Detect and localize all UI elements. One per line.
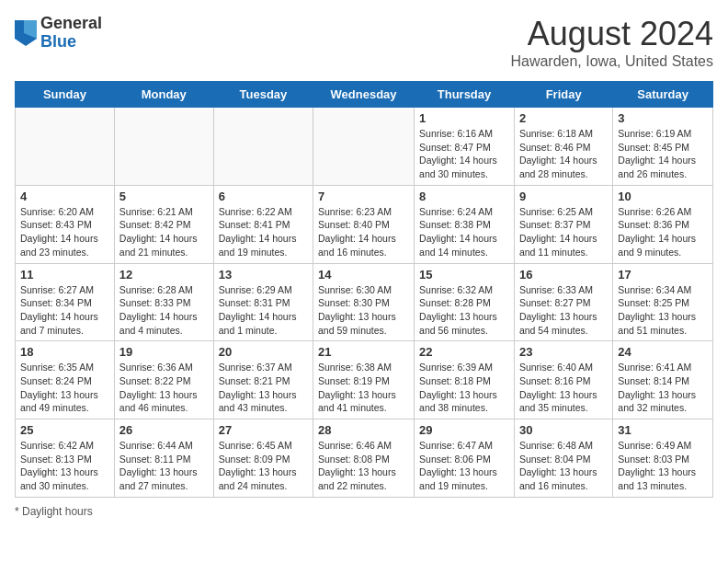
calendar-cell: 27Sunrise: 6:45 AM Sunset: 8:09 PM Dayli… — [213, 419, 313, 498]
logo-icon — [15, 20, 37, 46]
title-block: August 2024 Hawarden, Iowa, United State… — [510, 15, 713, 70]
day-number: 15 — [419, 268, 509, 282]
day-info: Sunrise: 6:32 AM Sunset: 8:28 PM Dayligh… — [419, 283, 509, 338]
calendar-header-row: SundayMondayTuesdayWednesdayThursdayFrid… — [16, 82, 713, 108]
calendar-cell: 15Sunrise: 6:32 AM Sunset: 8:28 PM Dayli… — [415, 263, 515, 341]
calendar-week-row: 25Sunrise: 6:42 AM Sunset: 8:13 PM Dayli… — [16, 419, 713, 498]
calendar-cell: 2Sunrise: 6:18 AM Sunset: 8:46 PM Daylig… — [514, 108, 612, 186]
month-title: August 2024 — [510, 15, 713, 53]
day-number: 30 — [519, 423, 608, 437]
footer-note: * Daylight hours — [15, 505, 713, 518]
calendar-cell: 5Sunrise: 6:21 AM Sunset: 8:42 PM Daylig… — [114, 185, 213, 263]
day-info: Sunrise: 6:29 AM Sunset: 8:31 PM Dayligh… — [219, 283, 308, 338]
day-number: 6 — [219, 190, 308, 203]
day-info: Sunrise: 6:19 AM Sunset: 8:45 PM Dayligh… — [618, 127, 708, 181]
calendar-table: SundayMondayTuesdayWednesdayThursdayFrid… — [15, 81, 713, 498]
calendar-cell — [16, 108, 115, 186]
calendar-cell: 31Sunrise: 6:49 AM Sunset: 8:03 PM Dayli… — [613, 419, 713, 498]
day-number: 22 — [419, 345, 509, 359]
calendar-cell: 20Sunrise: 6:37 AM Sunset: 8:21 PM Dayli… — [213, 341, 313, 419]
day-number: 13 — [219, 268, 308, 282]
day-info: Sunrise: 6:39 AM Sunset: 8:18 PM Dayligh… — [419, 361, 509, 415]
page-header: General Blue August 2024 Hawarden, Iowa,… — [15, 15, 713, 70]
day-number: 7 — [318, 190, 409, 203]
day-info: Sunrise: 6:25 AM Sunset: 8:37 PM Dayligh… — [519, 205, 608, 259]
calendar-cell: 23Sunrise: 6:40 AM Sunset: 8:16 PM Dayli… — [514, 341, 612, 419]
day-info: Sunrise: 6:23 AM Sunset: 8:40 PM Dayligh… — [318, 205, 409, 259]
day-number: 9 — [519, 190, 608, 203]
calendar-cell: 24Sunrise: 6:41 AM Sunset: 8:14 PM Dayli… — [613, 341, 713, 419]
logo: General Blue — [15, 15, 102, 52]
day-number: 4 — [20, 190, 109, 203]
logo-blue-text: Blue — [40, 33, 102, 52]
day-number: 31 — [618, 423, 708, 437]
calendar-cell: 25Sunrise: 6:42 AM Sunset: 8:13 PM Dayli… — [16, 419, 115, 498]
day-number: 20 — [219, 345, 308, 359]
calendar-cell: 10Sunrise: 6:26 AM Sunset: 8:36 PM Dayli… — [613, 185, 713, 263]
calendar-day-header: Thursday — [415, 82, 515, 108]
calendar-cell: 28Sunrise: 6:46 AM Sunset: 8:08 PM Dayli… — [313, 419, 415, 498]
logo-general-text: General — [40, 15, 102, 33]
day-number: 8 — [419, 190, 509, 203]
day-info: Sunrise: 6:49 AM Sunset: 8:03 PM Dayligh… — [618, 439, 708, 493]
day-info: Sunrise: 6:30 AM Sunset: 8:30 PM Dayligh… — [318, 283, 409, 338]
calendar-week-row: 18Sunrise: 6:35 AM Sunset: 8:24 PM Dayli… — [16, 341, 713, 419]
day-number: 1 — [419, 111, 509, 125]
day-info: Sunrise: 6:37 AM Sunset: 8:21 PM Dayligh… — [219, 361, 308, 415]
day-info: Sunrise: 6:18 AM Sunset: 8:46 PM Dayligh… — [519, 127, 608, 181]
day-number: 10 — [618, 190, 708, 203]
calendar-cell: 9Sunrise: 6:25 AM Sunset: 8:37 PM Daylig… — [514, 185, 612, 263]
calendar-day-header: Tuesday — [213, 82, 313, 108]
day-number: 16 — [519, 268, 608, 282]
day-info: Sunrise: 6:33 AM Sunset: 8:27 PM Dayligh… — [519, 283, 608, 338]
day-number: 14 — [318, 268, 409, 282]
day-info: Sunrise: 6:40 AM Sunset: 8:16 PM Dayligh… — [519, 361, 608, 415]
day-number: 24 — [618, 345, 708, 359]
calendar-day-header: Wednesday — [313, 82, 415, 108]
day-number: 27 — [219, 423, 308, 437]
calendar-week-row: 11Sunrise: 6:27 AM Sunset: 8:34 PM Dayli… — [16, 263, 713, 341]
day-info: Sunrise: 6:21 AM Sunset: 8:42 PM Dayligh… — [119, 205, 209, 259]
calendar-cell: 1Sunrise: 6:16 AM Sunset: 8:47 PM Daylig… — [415, 108, 515, 186]
calendar-cell: 19Sunrise: 6:36 AM Sunset: 8:22 PM Dayli… — [114, 341, 213, 419]
footer-label: Daylight hours — [22, 505, 93, 518]
day-number: 23 — [519, 345, 608, 359]
day-number: 29 — [419, 423, 509, 437]
day-info: Sunrise: 6:20 AM Sunset: 8:43 PM Dayligh… — [20, 205, 109, 259]
day-info: Sunrise: 6:46 AM Sunset: 8:08 PM Dayligh… — [318, 439, 409, 493]
calendar-week-row: 1Sunrise: 6:16 AM Sunset: 8:47 PM Daylig… — [16, 108, 713, 186]
calendar-cell: 11Sunrise: 6:27 AM Sunset: 8:34 PM Dayli… — [16, 263, 115, 341]
calendar-cell: 16Sunrise: 6:33 AM Sunset: 8:27 PM Dayli… — [514, 263, 612, 341]
calendar-cell: 13Sunrise: 6:29 AM Sunset: 8:31 PM Dayli… — [213, 263, 313, 341]
calendar-cell — [313, 108, 415, 186]
day-number: 25 — [20, 423, 109, 437]
calendar-cell: 3Sunrise: 6:19 AM Sunset: 8:45 PM Daylig… — [613, 108, 713, 186]
calendar-cell: 7Sunrise: 6:23 AM Sunset: 8:40 PM Daylig… — [313, 185, 415, 263]
day-info: Sunrise: 6:47 AM Sunset: 8:06 PM Dayligh… — [419, 439, 509, 493]
calendar-cell: 14Sunrise: 6:30 AM Sunset: 8:30 PM Dayli… — [313, 263, 415, 341]
day-number: 17 — [618, 268, 708, 282]
day-number: 28 — [318, 423, 409, 437]
calendar-day-header: Sunday — [16, 82, 115, 108]
day-info: Sunrise: 6:27 AM Sunset: 8:34 PM Dayligh… — [20, 283, 109, 338]
day-number: 21 — [318, 345, 409, 359]
calendar-cell: 17Sunrise: 6:34 AM Sunset: 8:25 PM Dayli… — [613, 263, 713, 341]
calendar-cell: 29Sunrise: 6:47 AM Sunset: 8:06 PM Dayli… — [415, 419, 515, 498]
day-info: Sunrise: 6:35 AM Sunset: 8:24 PM Dayligh… — [20, 361, 109, 415]
calendar-cell: 30Sunrise: 6:48 AM Sunset: 8:04 PM Dayli… — [514, 419, 612, 498]
calendar-cell: 22Sunrise: 6:39 AM Sunset: 8:18 PM Dayli… — [415, 341, 515, 419]
day-number: 2 — [519, 111, 608, 125]
calendar-day-header: Saturday — [613, 82, 713, 108]
day-info: Sunrise: 6:34 AM Sunset: 8:25 PM Dayligh… — [618, 283, 708, 338]
day-number: 5 — [119, 190, 209, 203]
day-info: Sunrise: 6:45 AM Sunset: 8:09 PM Dayligh… — [219, 439, 308, 493]
day-number: 19 — [119, 345, 209, 359]
calendar-cell: 26Sunrise: 6:44 AM Sunset: 8:11 PM Dayli… — [114, 419, 213, 498]
location-title: Hawarden, Iowa, United States — [510, 53, 713, 70]
calendar-day-header: Friday — [514, 82, 612, 108]
day-info: Sunrise: 6:28 AM Sunset: 8:33 PM Dayligh… — [119, 283, 209, 338]
calendar-cell: 21Sunrise: 6:38 AM Sunset: 8:19 PM Dayli… — [313, 341, 415, 419]
calendar-cell: 4Sunrise: 6:20 AM Sunset: 8:43 PM Daylig… — [16, 185, 115, 263]
calendar-week-row: 4Sunrise: 6:20 AM Sunset: 8:43 PM Daylig… — [16, 185, 713, 263]
day-info: Sunrise: 6:44 AM Sunset: 8:11 PM Dayligh… — [119, 439, 209, 493]
